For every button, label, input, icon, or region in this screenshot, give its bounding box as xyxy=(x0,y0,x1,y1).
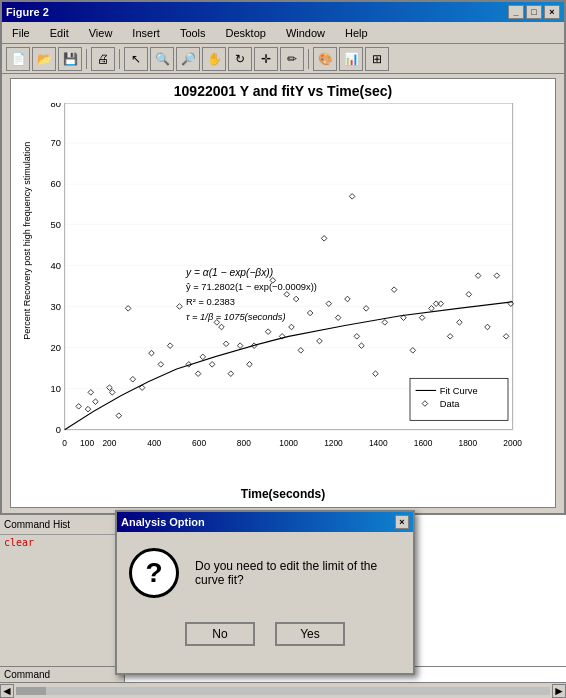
dialog-body: ? Do you need to edit the limit of the c… xyxy=(117,532,413,614)
question-icon: ? xyxy=(129,548,179,598)
dialog-close-button[interactable]: × xyxy=(395,515,409,529)
analysis-dialog: Analysis Option × ? Do you need to edit … xyxy=(115,510,415,675)
dialog-title: Analysis Option xyxy=(121,516,205,528)
dialog-titlebar: Analysis Option × xyxy=(117,512,413,532)
dialog-question: Do you need to edit the limit of the cur… xyxy=(195,559,401,587)
no-button[interactable]: No xyxy=(185,622,255,646)
yes-button[interactable]: Yes xyxy=(275,622,345,646)
dialog-buttons: No Yes xyxy=(117,614,413,654)
dialog-overlay: Analysis Option × ? Do you need to edit … xyxy=(0,0,566,698)
